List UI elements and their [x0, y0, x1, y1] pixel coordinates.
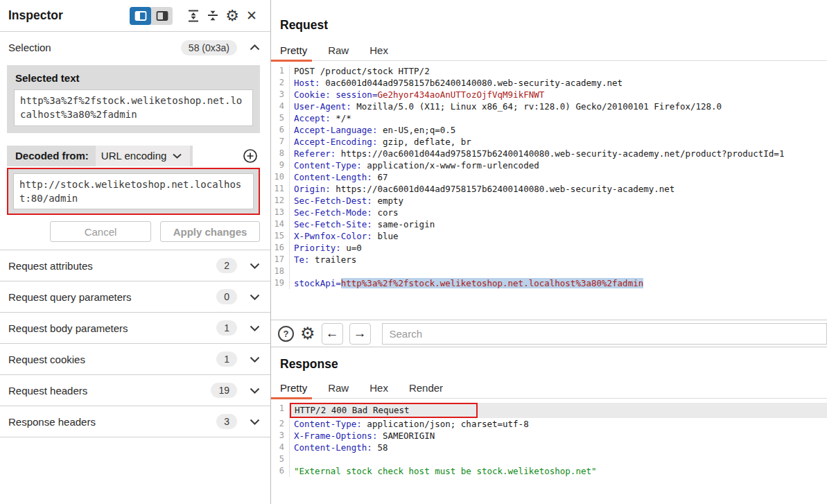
- error-highlight-box: HTTP/2 400 Bad Request: [290, 403, 478, 418]
- cancel-button[interactable]: Cancel: [50, 221, 151, 242]
- tab-request-pretty[interactable]: Pretty: [271, 44, 317, 60]
- code-line: 8Referer: https://0ac6001d044ad9758157b6…: [271, 148, 827, 159]
- line-number: 6: [271, 124, 290, 136]
- request-header: Request: [271, 0, 827, 42]
- encoding-select-value: URL encoding: [101, 150, 167, 162]
- line-content: Content-Length: 67: [290, 171, 827, 183]
- response-title: Response: [280, 357, 827, 372]
- code-line: 4User-Agent: Mozilla/5.0 (X11; Linux x86…: [271, 101, 827, 112]
- expand-all-button[interactable]: [184, 6, 203, 26]
- line-content: [290, 453, 827, 465]
- tab-response-raw[interactable]: Raw: [317, 382, 359, 398]
- code-line: 6"External stock check host must be stoc…: [271, 465, 827, 477]
- section-row-request-attributes[interactable]: Request attributes2: [0, 250, 270, 281]
- section-row-response-headers[interactable]: Response headers3: [0, 406, 270, 437]
- section-label: Request body parameters: [8, 322, 216, 334]
- decoded-from-chip: Decoded from: URL encoding: [7, 146, 193, 166]
- code-line: 3Cookie: session=Ge2hyor434aoAnUTTozOjfV…: [271, 89, 827, 101]
- collapse-all-button[interactable]: [203, 6, 223, 26]
- section-row-request-headers[interactable]: Request headers19: [0, 375, 270, 406]
- line-content: Sec-Fetch-Site: same-origin: [290, 218, 827, 230]
- line-content: Content-Type: application/json; charset=…: [290, 418, 827, 430]
- tab-request-raw[interactable]: Raw: [317, 44, 359, 60]
- line-number: 3: [271, 89, 290, 101]
- dock-right-button[interactable]: [151, 7, 173, 25]
- apply-changes-button[interactable]: Apply changes: [160, 221, 260, 242]
- inspector-close-button[interactable]: ✕: [242, 6, 261, 26]
- selection-collapse-button[interactable]: [250, 44, 260, 51]
- line-number: 19: [271, 277, 290, 289]
- tab-response-pretty[interactable]: Pretty: [271, 382, 317, 398]
- request-editor[interactable]: 1POST /product/stock HTTP/22Host: 0ac600…: [271, 61, 827, 320]
- dock-toggle-group: [130, 7, 173, 25]
- selection-count-badge: 58 (0x3a): [181, 40, 237, 55]
- tab-response-render[interactable]: Render: [399, 382, 453, 398]
- inspector-sections: Request attributes2Request query paramet…: [0, 250, 270, 437]
- line-content: Cookie: session=Ge2hyor434aoAnUTTozOjfVq…: [290, 89, 827, 101]
- line-number: 9: [271, 159, 290, 171]
- code-line: 16Priority: u=0: [271, 242, 827, 254]
- code-line: 14Sec-Fetch-Site: same-origin: [271, 218, 827, 230]
- line-content: HTTP/2 400 Bad Request: [290, 403, 827, 418]
- selection-row: Selection 58 (0x3a): [0, 32, 270, 63]
- decoded-from-row: Decoded from: URL encoding: [7, 146, 260, 166]
- tab-response-hex[interactable]: Hex: [359, 382, 399, 398]
- section-label: Request cookies: [8, 354, 216, 365]
- line-number: 4: [271, 101, 290, 112]
- line-number: 4: [271, 442, 290, 453]
- section-row-request-cookies[interactable]: Request cookies1: [0, 344, 270, 375]
- dock-left-icon: [134, 10, 148, 22]
- selected-text-value[interactable]: http%3a%2f%2fstock.weliketoshop.net.loca…: [14, 89, 253, 126]
- line-content: Origin: https://0ac6001d044ad9758157b624…: [290, 183, 827, 195]
- line-number: 5: [271, 453, 290, 465]
- line-number: 1: [271, 65, 290, 77]
- decoded-from-label: Decoded from:: [15, 150, 89, 162]
- inspector-title: Inspector: [8, 8, 130, 23]
- line-number: 15: [271, 230, 290, 242]
- next-match-button[interactable]: →: [349, 323, 371, 345]
- help-button[interactable]: ?: [278, 326, 294, 342]
- section-row-request-query-parameters[interactable]: Request query parameters0: [0, 281, 270, 313]
- plus-circle-icon: [243, 148, 258, 164]
- dock-right-icon: [155, 10, 169, 22]
- decoded-value-errorbox: http://stock.weliketoshop.net.localhost:…: [7, 168, 260, 216]
- chevron-down-icon: [250, 356, 260, 363]
- line-content: Accept-Language: en-US,en;q=0.5: [290, 124, 827, 136]
- dock-left-button[interactable]: [130, 7, 151, 25]
- code-line: 18: [271, 266, 827, 277]
- section-row-request-body-parameters[interactable]: Request body parameters1: [0, 313, 270, 344]
- line-number: 6: [271, 465, 290, 477]
- code-line: 2Content-Type: application/json; charset…: [271, 418, 827, 430]
- encoding-select[interactable]: URL encoding: [96, 146, 191, 166]
- chevron-down-icon: [250, 294, 260, 300]
- search-settings-button[interactable]: ⚙: [300, 325, 315, 342]
- tab-request-hex[interactable]: Hex: [359, 44, 399, 60]
- search-input[interactable]: [382, 323, 827, 345]
- line-number: 11: [271, 183, 290, 195]
- section-count-badge: 0: [216, 289, 237, 304]
- line-number: 14: [271, 218, 290, 230]
- line-content: Te: trailers: [290, 254, 827, 266]
- chevron-down-icon: [173, 153, 182, 159]
- section-count-badge: 1: [216, 351, 237, 367]
- request-title: Request: [280, 18, 827, 33]
- code-line: 2Host: 0ac6001d044ad9758157b62400140080.…: [271, 77, 827, 89]
- chevron-down-icon: [250, 388, 260, 394]
- line-number: 5: [271, 112, 290, 124]
- request-tabs: PrettyRawHex: [271, 42, 827, 61]
- expand-all-icon: [186, 9, 200, 23]
- inspector-panel: Inspector: [0, 0, 271, 504]
- line-number: 12: [271, 195, 290, 207]
- code-line: 7Accept-Encoding: gzip, deflate, br: [271, 136, 827, 148]
- line-content: Referer: https://0ac6001d044ad9758157b62…: [290, 148, 827, 159]
- code-line: 1POST /product/stock HTTP/2: [271, 65, 827, 77]
- add-decoding-button[interactable]: [241, 146, 260, 166]
- gear-icon: ⚙: [300, 324, 315, 342]
- inspector-settings-button[interactable]: ⚙︎: [223, 6, 242, 26]
- previous-match-button[interactable]: ←: [322, 323, 343, 345]
- section-count-badge: 1: [216, 320, 237, 336]
- editor-panel: Request PrettyRawHex 1POST /product/stoc…: [271, 0, 827, 504]
- line-content: [290, 266, 827, 277]
- decoded-value-field[interactable]: http://stock.weliketoshop.net.localhost:…: [13, 173, 254, 210]
- response-editor[interactable]: 1HTTP/2 400 Bad Request2Content-Type: ap…: [271, 399, 827, 504]
